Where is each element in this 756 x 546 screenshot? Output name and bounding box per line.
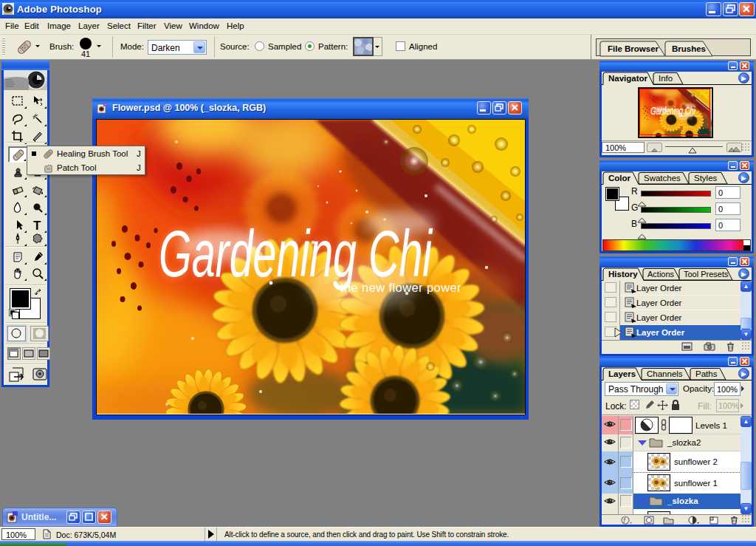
svg-text:Styles: Styles	[694, 174, 718, 182]
svg-text:Layers: Layers	[608, 369, 636, 378]
svg-text:Swatches: Swatches	[644, 174, 681, 182]
svg-text:Channels: Channels	[647, 369, 683, 378]
svg-text:Actions: Actions	[647, 270, 675, 279]
svg-text:Brushes: Brushes	[672, 44, 706, 53]
svg-text:History: History	[608, 270, 638, 279]
svg-text:Paths: Paths	[695, 369, 718, 378]
svg-text:File Browser: File Browser	[608, 44, 659, 53]
svg-text:Navigator: Navigator	[608, 74, 648, 83]
svg-text:f: f	[623, 516, 626, 525]
svg-text:Color: Color	[608, 174, 631, 182]
svg-text:Tool Presets: Tool Presets	[684, 270, 729, 279]
svg-text:Info: Info	[659, 74, 673, 83]
